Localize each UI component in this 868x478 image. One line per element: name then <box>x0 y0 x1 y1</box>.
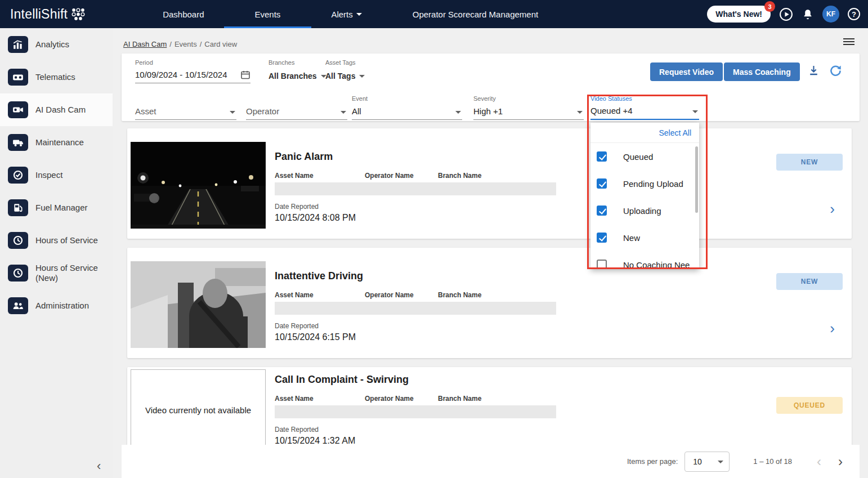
severity-filter-value: High +1 <box>473 106 503 116</box>
sidebar-item-hours-of-service-new[interactable]: Hours of Service (New) <box>0 257 113 289</box>
status-badge: QUEUED <box>776 397 843 414</box>
sidebar-item-hours-of-service[interactable]: Hours of Service <box>0 224 113 257</box>
items-per-page-select[interactable]: 10 <box>684 452 730 472</box>
calendar-icon[interactable] <box>240 70 250 82</box>
sidebar-item-administration[interactable]: Administration <box>0 289 113 322</box>
menu-hamburger-icon[interactable] <box>843 37 854 47</box>
sidebar-item-fuel-manager[interactable]: Fuel Manager <box>0 191 113 224</box>
operator-filter-placeholder: Operator <box>246 106 279 116</box>
logo-mark-icon <box>70 6 87 23</box>
dropdown-scrollbar[interactable] <box>695 146 698 213</box>
option-label: Uploading <box>623 206 661 216</box>
chevron-down-icon <box>230 111 235 114</box>
sidebar-item-telematics[interactable]: Telematics <box>0 61 113 93</box>
nav-events[interactable]: Events <box>255 0 281 28</box>
request-video-button[interactable]: Request Video <box>650 62 723 81</box>
checkbox-icon[interactable] <box>597 233 607 243</box>
option-no-coaching-needed[interactable]: No Coaching Nee <box>590 251 699 269</box>
option-label: No Coaching Nee <box>623 260 690 270</box>
date-reported-label: Date Reported <box>275 426 579 434</box>
option-pending-upload[interactable]: Pending Upload <box>590 170 699 197</box>
asset-filter-placeholder: Asset <box>135 106 156 116</box>
nav-alerts[interactable]: Alerts <box>331 0 361 28</box>
option-queued[interactable]: Queued <box>590 143 699 170</box>
event-card-panic-alarm: Panic Alarm Asset Name Operator Name Bra… <box>127 128 852 239</box>
breadcrumb-link-ai-dash-cam[interactable]: AI Dash Cam <box>123 40 167 48</box>
play-tour-button[interactable] <box>779 7 793 21</box>
breadcrumb-events: Events <box>175 40 197 48</box>
status-badge: NEW <box>776 154 843 171</box>
asset-tags-dropdown[interactable]: Asset Tags All Tags <box>325 59 365 81</box>
checkbox-icon[interactable] <box>597 206 607 216</box>
download-icon[interactable] <box>808 65 820 79</box>
notifications-bell-button[interactable] <box>802 8 814 20</box>
period-value[interactable]: 10/09/2024 - 10/15/2024 <box>135 70 250 83</box>
field-values-redacted-bar <box>275 182 556 195</box>
whats-new-button[interactable]: What's New! 3 <box>707 6 771 23</box>
chevron-down-icon <box>718 461 723 463</box>
clock-icon <box>8 265 28 282</box>
asset-tags-value: All Tags <box>325 72 355 81</box>
sidebar-item-label: Hours of Service (New) <box>35 263 113 283</box>
sidebar-item-maintenance[interactable]: Maintenance <box>0 126 113 159</box>
breadcrumb-separator: / <box>169 40 172 48</box>
video-statuses-filter-select[interactable]: Video Statuses Queued +4 <box>590 95 699 120</box>
period-date-range-field[interactable]: Period 10/09/2024 - 10/15/2024 <box>135 59 250 83</box>
select-all-link[interactable]: Select All <box>590 123 699 143</box>
option-label: New <box>623 233 640 243</box>
branch-name-label: Branch Name <box>438 395 481 403</box>
option-label: Queued <box>623 152 653 162</box>
sidebar-item-analytics[interactable]: Analytics <box>0 28 113 61</box>
dash-cam-icon <box>8 101 28 118</box>
refresh-icon[interactable] <box>829 64 842 79</box>
branches-dropdown[interactable]: Branches All Branches <box>269 59 326 81</box>
sidebar-item-label: Telematics <box>35 72 80 82</box>
operator-filter-select[interactable]: Operator <box>246 95 347 120</box>
event-thumbnail-night-road[interactable] <box>131 142 266 229</box>
previous-page-button[interactable]: ‹ <box>817 455 821 468</box>
sidebar-collapse-button[interactable]: ‹ <box>95 457 103 476</box>
nav-operator-scorecard-label: Operator Scorecard Management <box>413 10 538 19</box>
mass-coaching-button[interactable]: Mass Coaching <box>724 62 800 81</box>
filters-panel: Period 10/09/2024 - 10/15/2024 Branches … <box>122 53 860 121</box>
main-content: AI Dash Cam/Events/Card view Period 10/0… <box>113 28 868 478</box>
event-card-body: Panic Alarm Asset Name Operator Name Bra… <box>275 151 579 223</box>
event-filter-select[interactable]: Event All <box>352 95 462 120</box>
option-uploading[interactable]: Uploading <box>590 197 699 224</box>
asset-filter-select[interactable]: Asset <box>135 95 236 120</box>
sidebar-item-ai-dash-cam[interactable]: AI Dash Cam <box>0 93 113 126</box>
open-event-chevron-icon[interactable]: › <box>830 321 835 336</box>
logo[interactable]: IntelliShift <box>0 6 87 23</box>
sidebar-item-label: Fuel Manager <box>35 203 92 213</box>
option-label: Pending Upload <box>623 179 683 189</box>
event-thumbnail-cab-interior[interactable] <box>131 261 266 348</box>
severity-filter-label: Severity <box>473 95 496 102</box>
sidebar-item-label: AI Dash Cam <box>35 105 90 115</box>
open-event-chevron-icon[interactable]: › <box>830 202 835 216</box>
nav-operator-scorecard[interactable]: Operator Scorecard Management <box>413 0 538 28</box>
checkbox-icon[interactable] <box>597 260 607 269</box>
video-statuses-filter-label: Video Statuses <box>590 95 632 102</box>
nav-dashboard-label: Dashboard <box>163 10 204 19</box>
sidebar-item-label: Hours of Service <box>35 235 102 245</box>
event-filter-value: All <box>352 106 361 116</box>
next-page-button[interactable]: › <box>838 455 843 468</box>
sidebar: Analytics Telematics AI Dash Cam Mainten… <box>0 28 113 478</box>
notification-count-badge: 3 <box>764 1 775 12</box>
asset-name-label: Asset Name <box>275 172 365 180</box>
event-title: Call In Complaint - Swirving <box>275 374 579 386</box>
checkbox-icon[interactable] <box>597 151 607 162</box>
sidebar-item-label: Maintenance <box>35 137 88 148</box>
nav-dashboard[interactable]: Dashboard <box>163 0 204 28</box>
user-avatar[interactable]: KF <box>822 6 839 23</box>
analytics-icon <box>8 36 28 53</box>
severity-filter-select[interactable]: Severity High +1 <box>473 95 584 120</box>
date-reported-value: 10/15/2024 8:08 PM <box>275 213 579 223</box>
help-button[interactable]: ? <box>848 8 860 20</box>
option-new[interactable]: New <box>590 224 699 251</box>
sidebar-item-inspect[interactable]: Inspect <box>0 159 113 191</box>
app-root: IntelliShift Dashboard Events Alerts Ope… <box>0 0 868 478</box>
checkbox-icon[interactable] <box>597 178 607 189</box>
maintenance-truck-icon <box>8 134 28 151</box>
telematics-icon <box>8 69 28 86</box>
